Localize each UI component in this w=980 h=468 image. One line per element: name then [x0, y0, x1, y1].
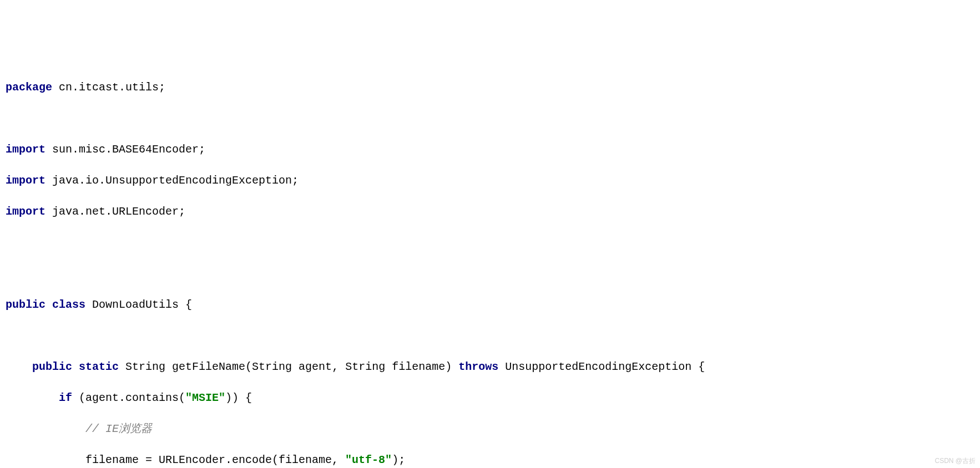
code-line: public class DownLoadUtils {	[6, 297, 974, 313]
import-stmt: java.io.UnsupportedEncodingException;	[46, 174, 299, 187]
package-name: cn.itcast.utils;	[52, 81, 165, 94]
string-literal: "utf-8"	[345, 454, 392, 466]
keyword-import: import	[6, 205, 46, 218]
keyword-public: public	[32, 360, 72, 373]
code-line: import java.net.URLEncoder;	[6, 204, 974, 220]
blank-line	[6, 111, 974, 126]
keyword-class: class	[52, 298, 85, 311]
keyword-if: if	[59, 391, 72, 404]
keyword-static: static	[79, 360, 119, 373]
code-line: filename = URLEncoder.encode(filename, "…	[6, 452, 974, 468]
keyword-throws: throws	[458, 360, 498, 373]
code-line: package cn.itcast.utils;	[6, 80, 974, 95]
code-line: public static String getFileName(String …	[6, 359, 974, 375]
method-sig: UnsupportedEncodingException {	[498, 360, 705, 373]
code-editor: package cn.itcast.utils; import sun.misc…	[0, 62, 980, 468]
if-cond: )) {	[225, 391, 252, 404]
stmt: filename = URLEncoder.encode(filename,	[6, 454, 345, 466]
comment: // IE浏览器	[85, 423, 152, 435]
code-line: import sun.misc.BASE64Encoder;	[6, 142, 974, 157]
if-cond: (agent.contains(	[72, 391, 185, 404]
keyword-import: import	[6, 143, 46, 156]
stmt: );	[392, 454, 405, 466]
keyword-public: public	[6, 298, 46, 311]
blank-line	[6, 328, 974, 344]
code-line: if (agent.contains("MSIE")) {	[6, 390, 974, 406]
class-name: DownLoadUtils {	[85, 298, 192, 311]
import-stmt: java.net.URLEncoder;	[46, 205, 185, 218]
code-line: import java.io.UnsupportedEncodingExcept…	[6, 173, 974, 189]
keyword-import: import	[6, 174, 46, 187]
code-line: // IE浏览器	[6, 421, 974, 437]
watermark-text: CSDN @古折	[934, 456, 976, 466]
import-stmt: sun.misc.BASE64Encoder;	[46, 143, 205, 156]
string-literal: "MSIE"	[185, 391, 225, 404]
blank-line	[6, 266, 974, 282]
keyword-package: package	[6, 81, 52, 94]
blank-line	[6, 235, 974, 251]
method-sig: String getFileName(String agent, String …	[119, 360, 458, 373]
